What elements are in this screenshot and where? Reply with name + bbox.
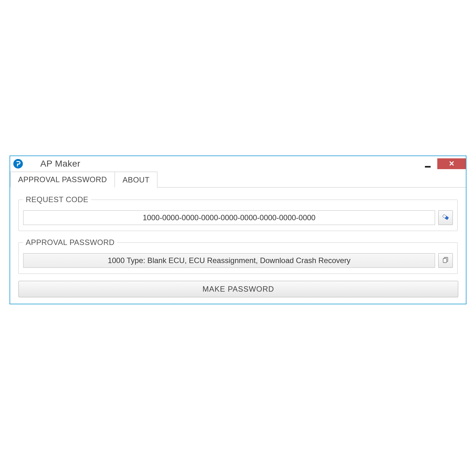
minimize-icon: [425, 166, 431, 168]
app-logo-icon: [13, 159, 23, 169]
approval-password-row: 1000 Type: Blank ECU, ECU Reassignment, …: [23, 253, 453, 268]
make-password-label: MAKE PASSWORD: [202, 285, 274, 294]
request-code-legend: REQUEST CODE: [23, 195, 91, 204]
eraser-icon: [441, 213, 450, 223]
approval-password-group: APPROVAL PASSWORD 1000 Type: Blank ECU, …: [18, 238, 458, 274]
request-code-group: REQUEST CODE: [18, 195, 458, 231]
approval-password-output: 1000 Type: Blank ECU, ECU Reassignment, …: [23, 253, 435, 268]
svg-rect-3: [443, 259, 447, 263]
tab-label: ABOUT: [122, 175, 149, 184]
request-code-row: [23, 210, 453, 225]
approval-password-legend: APPROVAL PASSWORD: [23, 238, 117, 247]
copy-icon: [442, 256, 449, 265]
make-password-button[interactable]: MAKE PASSWORD: [18, 281, 458, 297]
request-code-input[interactable]: [23, 210, 435, 225]
clear-button[interactable]: [438, 210, 453, 225]
copy-button[interactable]: [438, 253, 453, 268]
close-button[interactable]: ✕: [437, 158, 466, 169]
titlebar: AP Maker ✕: [10, 156, 466, 171]
tab-about[interactable]: ABOUT: [115, 172, 157, 188]
close-icon: ✕: [449, 160, 454, 167]
tab-strip: APPROVAL PASSWORD ABOUT: [10, 171, 466, 188]
tab-label: APPROVAL PASSWORD: [18, 175, 107, 184]
tab-panel: REQUEST CODE APPROVAL PASSWORD: [10, 188, 466, 304]
app-window: AP Maker ✕ APPROVAL PASSWORD ABOUT REQUE…: [10, 155, 466, 304]
minimize-button[interactable]: [418, 156, 437, 171]
tab-approval-password[interactable]: APPROVAL PASSWORD: [10, 172, 115, 188]
window-title: AP Maker: [40, 159, 80, 169]
window-controls: ✕: [418, 156, 466, 171]
